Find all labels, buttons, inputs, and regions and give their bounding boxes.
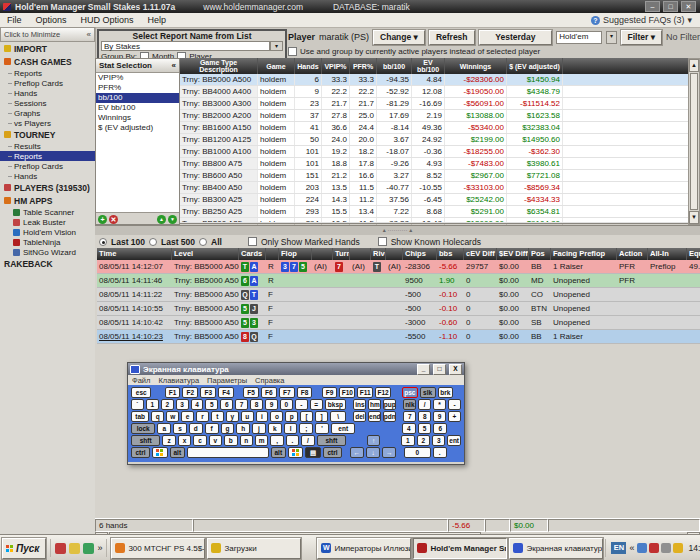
sidebar-item-results[interactable]: Results xyxy=(0,141,95,151)
report-table-row[interactable]: Trny: BB300 A25holdem22414.311.237.56-6.… xyxy=(180,194,688,206)
task-hold-em-manager-sm[interactable]: Hold'em Manager Sm... xyxy=(413,538,507,559)
keyboard-maximize-button[interactable]: □ xyxy=(433,364,446,375)
column-header-ev-bb-100[interactable]: EV bb/100 xyxy=(412,58,445,74)
key-alt[interactable]: alt xyxy=(170,447,185,458)
key-key[interactable]: . xyxy=(433,447,447,458)
quick-launch-icon-3[interactable] xyxy=(83,543,94,554)
key-0[interactable]: 0 xyxy=(280,399,293,410)
report-table-row[interactable]: Trny: BB800 A75holdem10118.817.8-9.264.9… xyxy=(180,158,688,170)
key-s[interactable]: s xyxy=(173,423,187,434)
keyboard-titlebar[interactable]: Экранная клавиатура _□X xyxy=(128,363,464,375)
language-indicator[interactable]: EN xyxy=(611,542,626,554)
key-7[interactable]: 7 xyxy=(403,411,416,422)
key-psc[interactable]: psc xyxy=(402,387,418,398)
key-key[interactable]: , xyxy=(270,435,283,446)
key-f[interactable]: f xyxy=(205,423,219,434)
sidebar-minimize[interactable]: Click to Minimize « xyxy=(0,27,95,42)
maximize-button[interactable]: □ xyxy=(663,1,678,12)
key-7[interactable]: 7 xyxy=(235,399,248,410)
key-f8[interactable]: F8 xyxy=(297,387,313,398)
sidebar-item-reports[interactable]: Reports xyxy=(0,151,95,161)
tray-expand-icon[interactable]: « xyxy=(629,543,634,553)
key-f3[interactable]: F3 xyxy=(200,387,216,398)
faq-dropdown-icon[interactable]: ▾ xyxy=(687,15,692,25)
hands-column-header-bbs[interactable]: bbs xyxy=(437,248,464,260)
report-table-scrollbar[interactable]: ▲ ▼ xyxy=(688,58,700,225)
stat-item-winnings[interactable]: Winnings xyxy=(96,113,179,123)
key-f5[interactable]: F5 xyxy=(243,387,259,398)
key-4[interactable]: 4 xyxy=(191,399,204,410)
key-f2[interactable]: F2 xyxy=(182,387,198,398)
key-2[interactable]: 2 xyxy=(161,399,174,410)
key-8[interactable]: 8 xyxy=(418,411,431,422)
key-key[interactable]: ↑ xyxy=(367,435,380,446)
key-v[interactable]: v xyxy=(209,435,222,446)
hand-row[interactable]: 08/05/11 14:10:55Trny: BB5000 A5005JF-50… xyxy=(97,302,700,316)
report-table-row[interactable]: Trny: BB400 A50holdem20313.511.5-40.77-1… xyxy=(180,182,688,194)
filter-button[interactable]: Filter ▾ xyxy=(621,30,662,45)
menu-hud-options[interactable]: HUD Options xyxy=(74,15,141,25)
key-2[interactable]: 2 xyxy=(417,435,430,446)
hands-column-header-level[interactable]: Level xyxy=(172,248,239,260)
keyboard-minimize-button[interactable]: _ xyxy=(417,364,430,375)
key-0[interactable]: 0 xyxy=(404,447,430,458)
hands-column-header-all-in[interactable]: All-In xyxy=(648,248,687,260)
quick-launch-icon-2[interactable] xyxy=(69,543,80,554)
sidebar-item-cash-games[interactable]: CASH GAMES xyxy=(0,55,95,68)
hands-column-header-facing-preflop[interactable]: Facing Preflop xyxy=(551,248,617,260)
key-key[interactable]: ← xyxy=(350,447,364,458)
key-j[interactable]: j xyxy=(252,423,266,434)
key-key[interactable]: - xyxy=(448,399,461,410)
key-9[interactable]: 9 xyxy=(433,411,446,422)
key-nlk[interactable]: nlk xyxy=(403,399,416,410)
scroll-up-icon[interactable]: ▲ xyxy=(689,59,699,72)
tray-icon-1[interactable] xyxy=(637,543,647,553)
key-f1[interactable]: F1 xyxy=(165,387,181,398)
sidebar-item-import[interactable]: IMPORT xyxy=(0,42,95,55)
report-table-row[interactable]: Trny: BB3000 A300holdem2321.721.7-81.29-… xyxy=(180,98,688,110)
scroll-down-icon[interactable]: ▼ xyxy=(689,211,699,224)
key-f6[interactable]: F6 xyxy=(261,387,277,398)
key-y[interactable]: y xyxy=(226,411,239,422)
hands-column-header-ev-diff[interactable]: $EV Diff xyxy=(497,248,529,260)
key-del[interactable]: del xyxy=(353,411,366,422)
key-3[interactable]: 3 xyxy=(432,435,445,446)
hands-column-header-flop[interactable]: Flop xyxy=(279,248,312,260)
key-f7[interactable]: F7 xyxy=(279,387,295,398)
key-key[interactable]: ; xyxy=(299,423,313,434)
hands-column-header-cards[interactable]: Cards xyxy=(239,248,266,260)
key-l[interactable]: l xyxy=(284,423,298,434)
hands-column-header-chips[interactable]: Chips xyxy=(403,248,437,260)
key-h[interactable]: h xyxy=(236,423,250,434)
quick-launch-more[interactable]: » xyxy=(97,543,102,553)
keyboard-close-button[interactable]: X xyxy=(449,364,462,375)
keyboard-menu-key[interactable]: Параметры xyxy=(207,376,247,385)
key-3[interactable]: 3 xyxy=(176,399,189,410)
key-key[interactable]: ] xyxy=(315,411,328,422)
tray-icon-2[interactable] xyxy=(649,543,659,553)
sidebar-item-tableninja[interactable]: TableNinja xyxy=(0,237,95,247)
column-header-winnings[interactable]: Winnings xyxy=(445,58,507,74)
hands-column-header-turn[interactable]: Turn xyxy=(333,248,350,260)
key-i[interactable]: i xyxy=(256,411,269,422)
report-table-row[interactable]: Trny: BB1200 A125holdem5024.020.03.6724.… xyxy=(180,134,688,146)
refresh-button[interactable]: Refresh xyxy=(429,30,475,45)
sidebar-item-vs-players[interactable]: vs Players xyxy=(0,118,95,128)
task-key[interactable]: Загрузки xyxy=(207,538,301,559)
game-type-dropdown-icon[interactable]: ▾ xyxy=(606,31,616,44)
key-m[interactable]: m xyxy=(255,435,268,446)
hand-row[interactable]: 08/05/11 14:11:22Trny: BB5000 A500QTF-50… xyxy=(97,288,700,302)
key-e[interactable]: e xyxy=(181,411,194,422)
column-header-bb-100[interactable]: bb/100 xyxy=(377,58,412,74)
remove-stat-button[interactable]: ✕ xyxy=(109,215,118,224)
all-radio[interactable] xyxy=(199,238,207,246)
column-header-game-type-description[interactable]: Game Type Description xyxy=(180,58,258,74)
report-dropdown-icon[interactable]: ▾ xyxy=(270,41,283,51)
key-u[interactable]: u xyxy=(241,411,254,422)
key-o[interactable]: o xyxy=(270,411,283,422)
game-type-select[interactable]: Hold'em xyxy=(556,31,602,44)
key-n[interactable]: n xyxy=(240,435,253,446)
key-8[interactable]: 8 xyxy=(250,399,263,410)
keyboard-menu-key[interactable]: Клавиатура xyxy=(158,376,199,385)
key-key[interactable]: ▤ xyxy=(305,447,320,458)
